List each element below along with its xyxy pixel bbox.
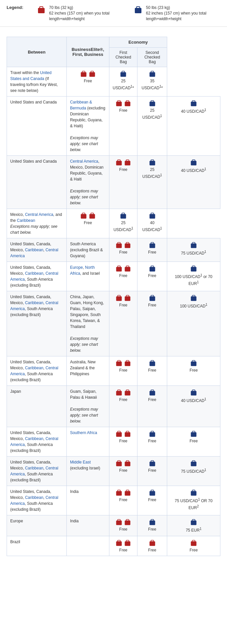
cell-from-row11: United States, Canada, Mexico, Caribbean… <box>7 457 67 486</box>
svg-rect-50 <box>191 267 197 272</box>
svg-rect-13 <box>118 101 120 102</box>
legend-bag-blue <box>133 5 143 15</box>
svg-rect-100 <box>116 521 122 525</box>
cell-to-row7: China, Japan, Guam, Hong Kong, Palau, Sa… <box>66 291 109 356</box>
svg-rect-25 <box>151 160 153 161</box>
cell-to-row5: South America (excluding Brazil & Guyana… <box>66 238 109 262</box>
cell-to-row12: India <box>66 486 109 515</box>
svg-rect-65 <box>151 361 153 362</box>
svg-rect-44 <box>116 267 122 272</box>
svg-rect-4 <box>81 72 87 77</box>
cell-business-row5: Free <box>109 238 137 262</box>
svg-rect-71 <box>126 390 129 391</box>
svg-rect-52 <box>116 297 122 301</box>
cell-business-row2: Free <box>109 97 137 156</box>
cell-first-row2: 25 USD/CAD1 <box>137 97 167 156</box>
svg-rect-68 <box>116 391 122 396</box>
cell-first-row8: Free <box>137 356 167 386</box>
svg-rect-93 <box>118 490 120 492</box>
cell-from-row2: United States and Canada <box>7 97 67 156</box>
svg-rect-106 <box>191 521 197 525</box>
svg-rect-69 <box>118 390 120 391</box>
header-first-bag: First Checked Bag <box>109 48 137 67</box>
svg-rect-12 <box>116 102 122 106</box>
cell-to-row11: Middle East (excluding Israel) <box>66 457 109 486</box>
svg-rect-86 <box>125 462 131 466</box>
svg-rect-88 <box>149 462 155 466</box>
svg-rect-66 <box>191 362 197 366</box>
svg-rect-1 <box>40 7 43 8</box>
cell-second-row14: Free <box>167 536 220 556</box>
cell-second-row10: Free <box>167 427 220 457</box>
legend-item-1: 70 lbs (32 kg) 62 inches (157 cm) when y… <box>37 5 124 21</box>
cell-business-row9: Free <box>109 386 137 427</box>
svg-rect-108 <box>116 542 122 546</box>
header-between: Between <box>7 37 67 67</box>
svg-rect-77 <box>118 431 120 433</box>
svg-rect-97 <box>151 490 153 492</box>
svg-rect-17 <box>151 101 153 102</box>
svg-rect-75 <box>192 390 195 391</box>
svg-rect-23 <box>126 160 129 161</box>
legend-section: Legend: 70 lbs (32 kg) 62 inches (157 cm… <box>0 0 227 27</box>
cell-second-row8: Free <box>167 356 220 386</box>
cell-between-row1: Travel within the United States and Cana… <box>7 67 67 97</box>
cell-to-row2: Caribbean & Bermuda (excluding Dominican… <box>66 97 109 156</box>
svg-rect-105 <box>151 520 153 521</box>
svg-rect-95 <box>126 490 129 492</box>
cell-first-row13: Free <box>137 515 167 536</box>
header-second-bag: Second Checked Bag <box>137 48 167 67</box>
svg-rect-53 <box>118 296 120 297</box>
svg-rect-45 <box>118 266 120 267</box>
svg-rect-103 <box>126 520 129 521</box>
svg-rect-39 <box>126 243 129 244</box>
cell-first-row11: Free <box>137 457 167 486</box>
cell-business-row7: Free <box>109 291 137 356</box>
svg-rect-99 <box>192 490 195 492</box>
svg-rect-19 <box>192 101 195 102</box>
svg-rect-26 <box>191 161 197 166</box>
svg-rect-27 <box>192 160 195 161</box>
svg-rect-64 <box>149 362 155 366</box>
svg-rect-111 <box>126 541 129 542</box>
svg-rect-78 <box>125 432 131 437</box>
cell-first-row14: Free <box>137 536 167 556</box>
legend-item-2-text: 50 lbs (23 kg) 62 inches (157 cm) when y… <box>146 5 220 21</box>
svg-rect-37 <box>118 243 120 244</box>
svg-rect-11 <box>151 71 153 73</box>
svg-rect-98 <box>191 491 197 496</box>
svg-rect-42 <box>191 244 197 248</box>
svg-rect-76 <box>116 432 122 437</box>
svg-rect-24 <box>149 161 155 166</box>
svg-rect-33 <box>122 213 125 215</box>
svg-rect-29 <box>82 213 85 215</box>
cell-first-row4: 25 USD/CAD1 <box>109 209 137 238</box>
svg-rect-40 <box>149 244 155 248</box>
svg-rect-80 <box>149 432 155 437</box>
cell-first-row1: 25 USD/CAD1* <box>109 67 137 97</box>
svg-rect-48 <box>149 267 155 272</box>
cell-to-row3: Central America, Mexico, Dominican Repub… <box>66 156 109 209</box>
svg-rect-114 <box>191 542 197 546</box>
svg-rect-110 <box>125 542 131 546</box>
cell-to-row10: Southern Africa <box>66 427 109 457</box>
svg-rect-49 <box>151 266 153 267</box>
svg-rect-15 <box>126 101 129 102</box>
svg-rect-94 <box>125 491 131 496</box>
svg-rect-60 <box>116 362 122 366</box>
cell-first-row6: Free <box>137 262 167 291</box>
svg-rect-21 <box>118 160 120 161</box>
cell-first-row3: 25 USD/CAD1 <box>137 156 167 209</box>
svg-rect-73 <box>151 390 153 391</box>
svg-rect-104 <box>149 521 155 525</box>
svg-rect-58 <box>191 297 197 301</box>
cell-from-row6: United States, Canada, Mexico, Caribbean… <box>7 262 67 291</box>
cell-business-row13: Free <box>109 515 137 536</box>
svg-rect-96 <box>149 491 155 496</box>
cell-second-row7: 100 USD/CAD1 <box>167 291 220 356</box>
cell-from-row13: Europe <box>7 515 67 536</box>
legend-label: Legend: <box>7 5 23 10</box>
svg-rect-35 <box>151 213 153 215</box>
legend-item-1-text: 70 lbs (32 kg) 62 inches (157 cm) when y… <box>49 5 124 21</box>
cell-business-row8: Free <box>109 356 137 386</box>
